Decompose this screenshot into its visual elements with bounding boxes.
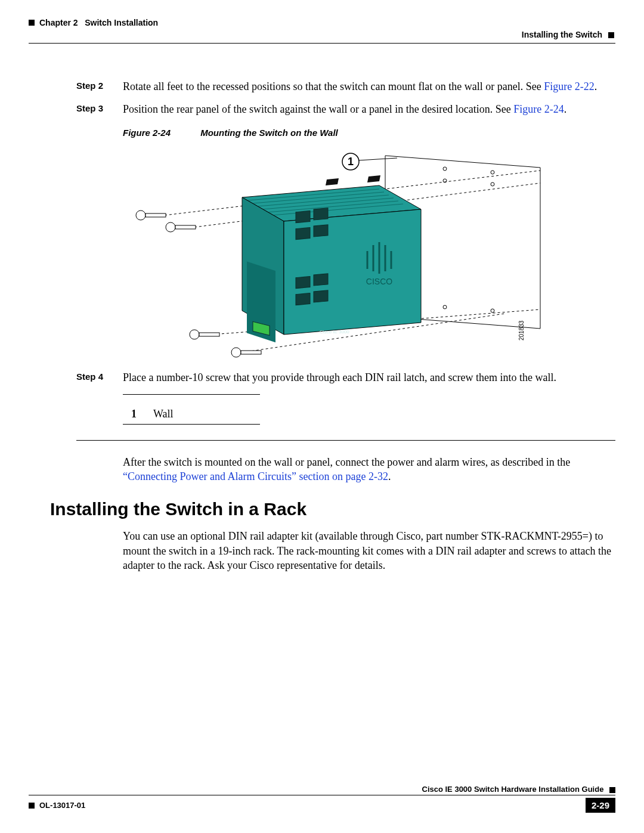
svg-marker-47 [326, 178, 339, 185]
section-heading: Installing the Switch in a Rack [50, 499, 615, 519]
doc-ol: OL-13017-01 [29, 801, 85, 810]
figure-link[interactable]: Figure 2-24 [513, 103, 564, 115]
step-text-part: . [564, 103, 567, 115]
svg-marker-48 [367, 175, 380, 182]
svg-rect-43 [296, 293, 310, 305]
svg-point-1 [443, 167, 447, 171]
step-text: Rotate all feet to the recessed position… [123, 79, 615, 94]
svg-rect-40 [314, 224, 328, 236]
page-footer: Cisco IE 3000 Switch Hardware Installati… [29, 785, 615, 813]
svg-rect-20 [241, 351, 261, 354]
section-title: Installing the Switch [522, 30, 602, 39]
callout-label: 1 [348, 156, 354, 168]
step-text: Place a number-10 screw that you provide… [123, 370, 615, 385]
svg-rect-16 [175, 225, 196, 229]
header-rule [29, 43, 615, 44]
figure-title: Mounting the Switch on the Wall [200, 128, 338, 138]
page-number: 2-29 [586, 798, 615, 813]
svg-point-15 [166, 222, 175, 232]
figure-caption: Figure 2-24 Mounting the Switch on the W… [123, 128, 615, 138]
legend-value: Wall [145, 404, 182, 424]
rack-paragraph: You can use an optional DIN rail adapter… [123, 529, 615, 572]
section-link[interactable]: “Connecting Power and Alarm Circuits” se… [123, 470, 388, 482]
ol-number: OL-13017-01 [39, 801, 85, 810]
svg-point-13 [136, 210, 145, 220]
step-label: Step 2 [76, 79, 123, 94]
step-text-part: . [595, 80, 597, 92]
legend-table: 1 Wall [123, 404, 182, 424]
svg-line-7 [358, 158, 397, 160]
legend-block: 1 Wall [123, 394, 260, 425]
steps-block-2: Step 4 Place a number-10 screw that you … [76, 370, 615, 385]
svg-rect-42 [314, 273, 328, 285]
svg-text:CISCO: CISCO [366, 277, 392, 286]
svg-point-17 [190, 330, 199, 339]
step-2: Step 2 Rotate all feet to the recessed p… [76, 79, 615, 94]
legend-key: 1 [123, 404, 145, 424]
svg-rect-38 [314, 208, 328, 219]
chapter-number: Chapter 2 [39, 18, 78, 27]
header-square-icon [29, 20, 35, 26]
svg-text:Cisco IE 3000: Cisco IE 3000 [320, 329, 349, 335]
step-text-part: Rotate all feet to the recessed position… [123, 80, 544, 92]
step-4: Step 4 Place a number-10 screw that you … [76, 370, 615, 385]
header-chapter: Chapter 2 Switch Installation [29, 18, 615, 27]
svg-point-4 [491, 182, 494, 186]
steps-block: Step 2 Rotate all feet to the recessed p… [76, 79, 615, 117]
footer-square-icon [29, 803, 35, 809]
footer-square-icon [609, 787, 615, 793]
svg-rect-18 [199, 333, 219, 336]
guide-title: Cisco IE 3000 Switch Hardware Installati… [422, 785, 604, 794]
chapter-title: Switch Installation [85, 18, 158, 27]
table-row: 1 Wall [123, 404, 182, 424]
header-section: Installing the Switch [29, 30, 615, 39]
steps-end-rule [76, 440, 615, 441]
para-part: . [388, 470, 391, 482]
step-label: Step 4 [76, 370, 123, 385]
svg-point-19 [231, 348, 241, 357]
step-label: Step 3 [76, 102, 123, 116]
footer-rule [29, 795, 615, 795]
svg-rect-14 [145, 213, 166, 217]
svg-rect-37 [296, 210, 310, 222]
svg-point-5 [443, 305, 447, 309]
after-paragraph: After the switch is mounted on the wall … [123, 455, 615, 484]
figure-link[interactable]: Figure 2-22 [544, 80, 595, 92]
step-3: Step 3 Position the rear panel of the sw… [76, 102, 615, 116]
header-square-icon [608, 32, 614, 38]
svg-rect-41 [296, 276, 310, 288]
figure-number: Figure 2-24 [123, 128, 171, 138]
svg-rect-44 [314, 290, 328, 302]
svg-text:201833: 201833 [518, 320, 525, 340]
step-text: Position the rear panel of the switch ag… [123, 102, 615, 116]
svg-rect-39 [296, 227, 310, 239]
step-text-part: Position the rear panel of the switch ag… [123, 103, 513, 115]
svg-point-2 [491, 171, 494, 174]
svg-point-6 [491, 309, 494, 312]
figure-image: 1 [123, 144, 552, 370]
para-part: After the switch is mounted on the wall … [123, 456, 570, 468]
